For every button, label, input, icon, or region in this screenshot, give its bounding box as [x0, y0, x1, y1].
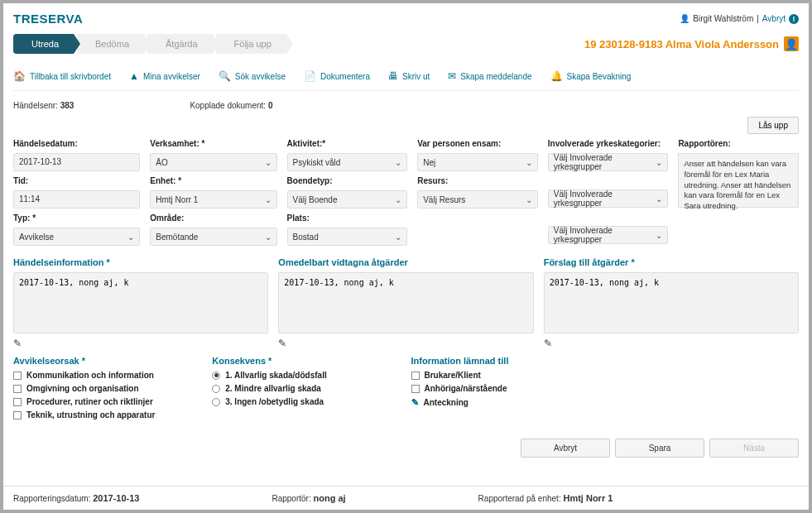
- checkbox-icon: [13, 398, 22, 406]
- status-bar: Rapporteringsdatum: 2017-10-13 Rapportör…: [3, 486, 809, 510]
- action-doc[interactable]: 📄Dokumentera: [304, 70, 370, 82]
- chevron-down-icon: ⌄: [265, 233, 271, 242]
- chevron-down-icon: ⌄: [526, 195, 532, 204]
- home-icon: 🏠: [13, 70, 26, 82]
- patient-icon: 👤: [784, 36, 799, 51]
- select-omrade[interactable]: Bemötande⌄: [150, 228, 276, 246]
- chevron-down-icon: ⌄: [526, 158, 532, 167]
- konsekvens-title: Konsekvens *: [212, 356, 401, 366]
- konsekvens-item-1[interactable]: 2. Mindre allvarlig skada: [212, 384, 401, 393]
- input-tid[interactable]: 11:14: [13, 190, 140, 209]
- user-area: 👤 Birgit Wahlström | Avbryt !: [680, 14, 799, 24]
- chevron-down-icon: ⌄: [656, 231, 662, 240]
- user-name: Birgit Wahlström: [693, 14, 753, 23]
- warning-icon: ▲: [129, 70, 139, 82]
- rapport-box: Anser att händelsen kan vara föremål för…: [678, 153, 799, 208]
- info-lamnad-item-1[interactable]: Anhöriga/närstående: [411, 384, 600, 393]
- bell-icon: 🔔: [550, 70, 563, 82]
- wizard-tabs: Utreda Bedöma Åtgärda Följa upp: [13, 34, 286, 54]
- select-ensam[interactable]: Nej⌄: [417, 153, 538, 171]
- select-typ[interactable]: Avvikelse⌄: [13, 228, 140, 246]
- checkbox-icon: [13, 385, 22, 393]
- user-icon: 👤: [680, 14, 689, 23]
- cause-item-2[interactable]: Procedurer, rutiner och riktlinjer: [13, 397, 202, 406]
- label-ensam: Var personen ensam:: [417, 139, 538, 148]
- event-number: Händelsenr: 383: [13, 101, 74, 110]
- action-search[interactable]: 🔍Sök avvikelse: [219, 70, 286, 82]
- cancel-link[interactable]: Avbryt: [762, 14, 786, 23]
- tab-utreda[interactable]: Utreda: [13, 34, 74, 54]
- radio-checked-icon: [212, 372, 220, 380]
- tab-foljaupp[interactable]: Följa upp: [216, 34, 286, 54]
- chevron-down-icon: ⌄: [656, 158, 662, 167]
- cause-title: Avvikelseorsak *: [13, 356, 202, 366]
- app-logo: TRESERVA: [13, 12, 83, 26]
- action-home[interactable]: 🏠Tillbaka till skrivbordet: [13, 70, 111, 82]
- label-rapp: Rapportören:: [678, 139, 799, 148]
- action-watch[interactable]: 🔔Skapa Bevakning: [550, 70, 632, 82]
- textarea-handelseinfo[interactable]: [13, 272, 268, 333]
- label-typ: Typ: *: [13, 213, 140, 223]
- section-atgarder-title: Omedelbart vidtagna åtgärder: [278, 257, 533, 267]
- chevron-down-icon: ⌄: [395, 195, 401, 204]
- chevron-down-icon: ⌄: [127, 233, 134, 242]
- cause-item-0[interactable]: Kommunikation och information: [13, 371, 202, 380]
- mail-icon: ✉: [448, 70, 456, 82]
- checkbox-icon: [411, 385, 420, 393]
- linked-docs: Kopplade dokument: 0: [190, 101, 272, 110]
- label-tid: Tid:: [13, 176, 140, 185]
- select-resurs[interactable]: Välj Resurs⌄: [417, 190, 538, 209]
- checkbox-icon: [411, 372, 420, 380]
- edit-icon[interactable]: ✎: [544, 338, 552, 349]
- patient-info: 19 230128-9183 Alma Viola Andersson 👤: [584, 36, 799, 51]
- label-verk: Verksamhet: *: [150, 139, 276, 148]
- tab-atgarda[interactable]: Åtgärda: [147, 34, 213, 54]
- label-yrk: Involverade yrkeskategorier:: [548, 139, 669, 148]
- search-icon: 🔍: [219, 70, 231, 82]
- select-boende[interactable]: Välj Boende⌄: [287, 190, 408, 209]
- label-akt: Aktivitet:*: [287, 139, 408, 148]
- action-msg[interactable]: ✉Skapa meddelande: [448, 70, 531, 82]
- cancel-button[interactable]: Avbryt: [521, 439, 610, 458]
- info-lamnad-title: Information lämnad till: [411, 356, 600, 366]
- chevron-down-icon: ⌄: [395, 233, 401, 242]
- info-icon[interactable]: !: [789, 14, 799, 24]
- input-datum[interactable]: 2017-10-13: [13, 153, 140, 171]
- section-handelseinfo-title: Händelseinformation *: [13, 257, 268, 267]
- select-yrk-3[interactable]: Välj Involverade yrkesgrupper⌄: [548, 226, 669, 244]
- info-lamnad-item-0[interactable]: Brukare/Klient: [411, 371, 600, 380]
- chevron-down-icon: ⌄: [395, 158, 401, 167]
- chevron-down-icon: ⌄: [265, 158, 271, 167]
- save-button[interactable]: Spara: [615, 439, 704, 458]
- konsekvens-item-2[interactable]: 3. Ingen /obetydlig skada: [212, 397, 401, 406]
- select-akt[interactable]: Psykiskt våld⌄: [287, 153, 408, 171]
- action-print[interactable]: 🖶Skriv ut: [388, 70, 430, 82]
- chevron-down-icon: ⌄: [265, 195, 271, 204]
- edit-icon[interactable]: ✎: [278, 338, 286, 349]
- select-enhet[interactable]: Hmtj Norr 1⌄: [150, 190, 276, 209]
- radio-icon: [212, 398, 220, 406]
- select-yrk-2[interactable]: Välj Involverade yrkesgrupper⌄: [548, 189, 669, 208]
- next-button[interactable]: Nästa: [709, 439, 799, 458]
- print-icon: 🖶: [388, 70, 398, 82]
- edit-icon[interactable]: ✎: [13, 338, 22, 349]
- select-verk[interactable]: ÄO⌄: [150, 153, 276, 171]
- textarea-atgarder[interactable]: [278, 272, 533, 333]
- chevron-down-icon: ⌄: [656, 194, 662, 204]
- textarea-forslag[interactable]: [544, 272, 799, 333]
- action-mine[interactable]: ▲Mina avvikelser: [129, 70, 200, 82]
- label-omrade: Område:: [150, 213, 276, 223]
- konsekvens-item-0[interactable]: 1. Allvarlig skada/dödsfall: [212, 371, 401, 380]
- cause-item-1[interactable]: Omgivning och organisation: [13, 384, 202, 393]
- select-plats[interactable]: Bostad⌄: [287, 228, 408, 246]
- select-yrk-1[interactable]: Välj Involverade yrkesgrupper⌄: [548, 153, 669, 171]
- action-bar: 🏠Tillbaka till skrivbordet ▲Mina avvikel…: [13, 70, 799, 91]
- document-icon: 📄: [304, 70, 316, 82]
- anteckning-link[interactable]: ✎Anteckning: [411, 397, 600, 408]
- cause-item-3[interactable]: Teknik, utrustning och apparatur: [13, 410, 202, 420]
- unlock-button[interactable]: Lås upp: [747, 117, 799, 134]
- tab-bedoma[interactable]: Bedöma: [77, 34, 144, 54]
- radio-icon: [212, 385, 220, 393]
- label-resurs: Resurs:: [417, 176, 538, 185]
- section-forslag-title: Förslag till åtgärder *: [544, 257, 799, 267]
